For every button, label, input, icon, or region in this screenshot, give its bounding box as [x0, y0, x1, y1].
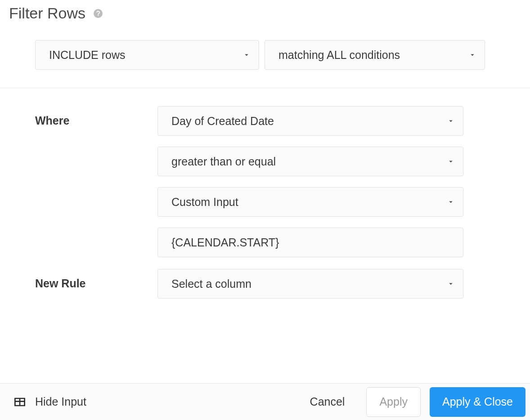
- cancel-button[interactable]: Cancel: [297, 387, 358, 417]
- dialog-header: Filter Rows: [0, 0, 530, 40]
- where-value-type-value: Custom Input: [171, 196, 238, 209]
- svg-point-0: [94, 9, 103, 18]
- footer-right: Cancel Apply Apply & Close: [297, 387, 526, 417]
- apply-close-button[interactable]: Apply & Close: [430, 387, 526, 417]
- where-operator-select[interactable]: greater than or equal: [157, 147, 463, 176]
- dialog-footer: Hide Input Cancel Apply Apply & Close: [0, 383, 530, 420]
- chevron-down-icon: [447, 198, 455, 206]
- new-rule-label: New Rule: [35, 269, 157, 290]
- new-rule-placeholder: Select a column: [171, 277, 252, 290]
- help-icon[interactable]: [93, 8, 103, 19]
- where-column-select[interactable]: Day of Created Date: [157, 106, 463, 136]
- hide-input-button[interactable]: Hide Input: [35, 395, 86, 408]
- new-rule-controls: Select a column: [157, 269, 463, 299]
- chevron-down-icon: [243, 51, 251, 59]
- where-operator-value: greater than or equal: [171, 155, 276, 168]
- match-mode-select[interactable]: matching ALL conditions: [265, 40, 485, 70]
- rules-area: Where Day of Created Date greater than o…: [0, 88, 530, 299]
- footer-left: Hide Input: [13, 395, 297, 409]
- where-label: Where: [35, 106, 157, 127]
- where-controls: Day of Created Date greater than or equa…: [157, 106, 463, 257]
- apply-button[interactable]: Apply: [366, 387, 421, 417]
- where-column-value: Day of Created Date: [171, 115, 274, 128]
- include-mode-value: INCLUDE rows: [49, 49, 125, 62]
- filter-mode-row: INCLUDE rows matching ALL conditions: [0, 40, 530, 88]
- match-mode-value: matching ALL conditions: [278, 49, 400, 62]
- include-mode-select[interactable]: INCLUDE rows: [35, 40, 259, 70]
- where-rule-row: Where Day of Created Date greater than o…: [35, 106, 530, 257]
- new-rule-column-select[interactable]: Select a column: [157, 269, 463, 299]
- where-value-input[interactable]: [171, 236, 456, 249]
- chevron-down-icon: [447, 117, 455, 125]
- new-rule-row: New Rule Select a column: [35, 269, 530, 299]
- where-value-type-select[interactable]: Custom Input: [157, 187, 463, 217]
- table-icon[interactable]: [13, 395, 27, 409]
- where-value-field[interactable]: [157, 228, 463, 257]
- dialog-title: Filter Rows: [9, 4, 85, 22]
- chevron-down-icon: [447, 157, 455, 165]
- chevron-down-icon: [447, 280, 455, 288]
- chevron-down-icon: [468, 51, 476, 59]
